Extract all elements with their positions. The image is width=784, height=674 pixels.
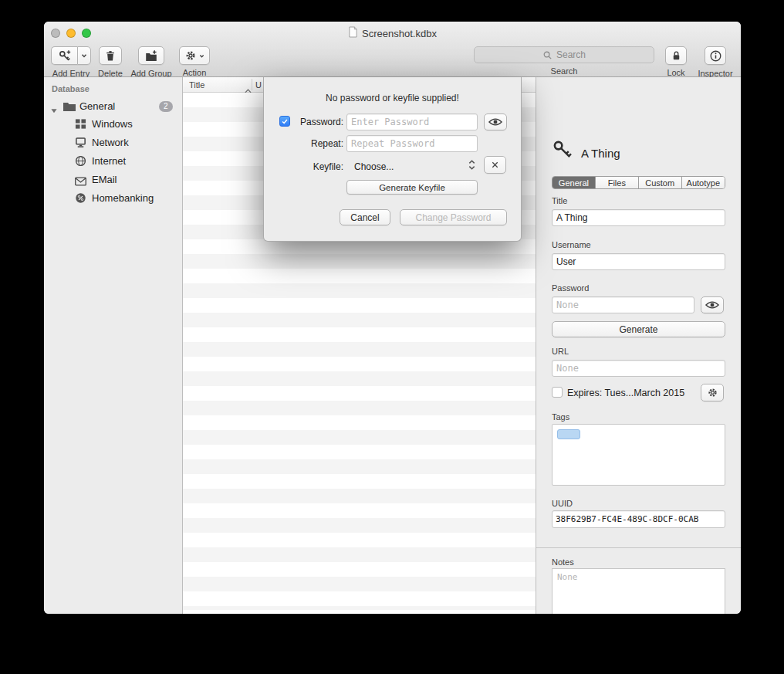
column-header-username[interactable]: U	[255, 80, 262, 90]
key-plus-icon	[58, 49, 72, 63]
tab-custom[interactable]: Custom	[638, 177, 681, 188]
sidebar-item-internet[interactable]: Internet	[44, 153, 182, 170]
zoom-button[interactable]	[82, 29, 91, 38]
lock-button[interactable]	[665, 46, 687, 65]
column-divider[interactable]	[252, 79, 252, 90]
toolbar-search: Search Search	[474, 46, 654, 76]
uuid-field[interactable]	[552, 510, 725, 528]
inspector-label: Inspector	[694, 69, 736, 78]
trash-icon	[104, 49, 117, 63]
eye-icon	[705, 300, 719, 310]
gear-icon	[707, 387, 718, 398]
sidebar-item-homebanking[interactable]: Homebanking	[44, 190, 182, 207]
minimize-button[interactable]	[66, 29, 76, 38]
sheet-keyfile-label: Keyfile:	[264, 161, 343, 172]
chevron-down-icon	[81, 52, 87, 59]
network-icon	[75, 137, 86, 151]
titlebar: Screenshot.kdbx	[44, 22, 741, 45]
url-field-label: URL	[552, 347, 569, 356]
sidebar-section-header: Database	[52, 84, 90, 93]
change-password-button[interactable]: Change Password	[400, 209, 507, 225]
tab-general[interactable]: General	[553, 177, 595, 188]
sheet-reveal-password-button[interactable]	[484, 113, 507, 130]
gear-icon	[184, 49, 197, 62]
add-group-button[interactable]	[138, 46, 164, 65]
sheet-repeat-input[interactable]	[346, 135, 478, 152]
sidebar-item-label: Windows	[92, 118, 133, 130]
group-count-badge: 2	[159, 101, 173, 112]
username-field-label: Username	[552, 240, 591, 249]
add-entry-button[interactable]	[51, 46, 77, 65]
tags-label: Tags	[552, 412, 569, 422]
lock-label: Lock	[662, 68, 690, 77]
close-button[interactable]	[51, 29, 60, 38]
key-icon	[552, 139, 573, 164]
stepper-icon[interactable]	[468, 158, 476, 174]
reveal-password-button[interactable]	[701, 296, 724, 313]
windows-icon	[75, 118, 86, 133]
expires-settings-button[interactable]	[701, 384, 724, 401]
action-label: Action	[177, 68, 212, 77]
sidebar-item-network[interactable]: Network	[44, 134, 182, 151]
search-label: Search	[474, 66, 654, 76]
toolbar-delete: Delete	[95, 46, 126, 78]
clear-keyfile-button[interactable]	[484, 156, 506, 174]
notes-label: Notes	[552, 557, 574, 567]
change-password-button-label: Change Password	[415, 212, 491, 223]
keyfile-popup-button[interactable]: Choose...	[354, 161, 394, 172]
password-field[interactable]	[552, 296, 694, 313]
title-field[interactable]	[552, 209, 725, 226]
sheet-password-input[interactable]	[346, 113, 478, 130]
notes-field[interactable]	[552, 568, 725, 614]
group-sidebar: Database General 2 Windows Network	[44, 77, 183, 614]
toolbar-action: Action	[177, 46, 212, 77]
folder-icon	[63, 101, 76, 115]
inspector-button[interactable]	[705, 46, 726, 65]
generate-button-label: Generate	[619, 324, 657, 335]
column-header-title[interactable]: Title	[189, 80, 204, 90]
generate-keyfile-label: Generate Keyfile	[379, 183, 445, 192]
inspector-tabs: General Files Custom Autotype	[552, 176, 725, 189]
sidebar-item-email[interactable]: EMail	[44, 171, 182, 188]
cancel-button-label: Cancel	[350, 212, 379, 223]
cancel-button[interactable]: Cancel	[340, 209, 390, 225]
sheet-password-label: Password:	[264, 117, 343, 127]
change-password-sheet: No password or keyfile supplied! Passwor…	[263, 77, 522, 242]
title-field-label: Title	[552, 196, 567, 205]
chevron-down-icon	[199, 53, 204, 59]
expires-label: Expires: Tues...March 2015	[567, 388, 684, 398]
sidebar-item-label: Internet	[92, 155, 126, 167]
sheet-message: No password or keyfile supplied!	[264, 93, 521, 103]
tab-autotype[interactable]: Autotype	[681, 177, 725, 188]
info-icon	[709, 49, 722, 63]
sidebar-item-label: EMail	[92, 174, 117, 185]
sidebar-item-windows[interactable]: Windows	[44, 116, 182, 133]
search-placeholder: Search	[556, 49, 586, 60]
group-label: General	[79, 100, 115, 112]
sidebar-item-label: Homebanking	[92, 192, 154, 204]
expires-checkbox[interactable]	[552, 387, 563, 398]
url-field[interactable]	[552, 360, 725, 377]
envelope-icon	[75, 175, 86, 189]
action-button[interactable]	[179, 46, 210, 65]
tags-field[interactable]	[552, 424, 725, 486]
generate-password-button[interactable]: Generate	[552, 321, 725, 337]
tag-token[interactable]	[557, 429, 580, 439]
close-icon	[491, 161, 499, 169]
toolbar-add-entry: Add Entry	[49, 46, 93, 78]
add-entry-dropdown-button[interactable]	[77, 46, 91, 65]
sheet-repeat-label: Repeat:	[264, 138, 343, 149]
traffic-lights	[51, 29, 91, 38]
password-field-label: Password	[552, 283, 589, 293]
search-icon	[542, 50, 553, 60]
window-title: Screenshot.kdbx	[362, 28, 437, 39]
tab-files[interactable]: Files	[595, 177, 638, 188]
delete-button[interactable]	[99, 46, 122, 65]
delete-label: Delete	[95, 69, 126, 78]
uuid-label: UUID	[552, 499, 573, 508]
sidebar-group-general[interactable]: General 2	[44, 98, 182, 115]
search-input[interactable]: Search	[474, 46, 654, 63]
generate-keyfile-button[interactable]: Generate Keyfile	[346, 180, 478, 195]
username-field[interactable]	[552, 253, 725, 270]
add-group-label: Add Group	[127, 69, 175, 78]
